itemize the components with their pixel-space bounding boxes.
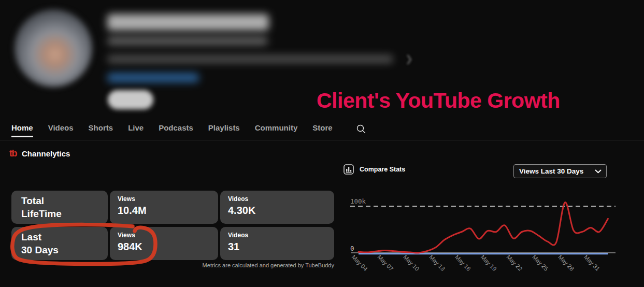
- channelytics-stats-grid: Total LifeTime Views 10.4M Videos 4.30K …: [11, 191, 334, 263]
- tubebuddy-logo-icon: tb: [9, 148, 17, 159]
- x-axis-tick-label: May 22: [505, 254, 523, 272]
- nav-divider: [0, 140, 644, 140]
- compare-stats-title: Compare Stats: [360, 166, 405, 173]
- stat-label-line: LifeTime: [21, 207, 108, 220]
- stat-mini-label: Views: [118, 232, 218, 239]
- stats-row-total-lifetime: Total LifeTime Views 10.4M Videos 4.30K: [11, 191, 334, 224]
- tab-community[interactable]: Community: [255, 123, 298, 137]
- views-series-line: [359, 203, 608, 253]
- tab-videos[interactable]: Videos: [48, 123, 74, 137]
- tab-home[interactable]: Home: [11, 123, 33, 137]
- stat-label-line: 30 Days: [21, 243, 108, 256]
- x-axis-tick-label: May 28: [557, 254, 575, 272]
- x-axis-tick-label: May 10: [402, 254, 420, 272]
- stat-label-last-30-days: Last 30 Days: [11, 227, 108, 260]
- compare-stats-header: Compare Stats: [344, 164, 405, 175]
- stat-mini-label: Videos: [228, 232, 334, 239]
- chevron-down-icon: [595, 169, 602, 174]
- x-axis-tick-label: May 25: [531, 254, 549, 272]
- stat-value: 10.4M: [118, 205, 218, 217]
- bar-chart-icon: [344, 164, 354, 175]
- tab-podcasts[interactable]: Podcasts: [159, 123, 193, 137]
- stat-value: 4.30K: [228, 205, 334, 217]
- description-expand-chevron-icon[interactable]: ❯: [405, 53, 413, 65]
- x-axis-tick-label: May 04: [351, 254, 369, 272]
- tab-live[interactable]: Live: [128, 123, 144, 137]
- tab-store[interactable]: Store: [312, 123, 332, 137]
- tab-playlists[interactable]: Playlists: [208, 123, 240, 137]
- stat-total-views: Views 10.4M: [110, 191, 218, 224]
- x-axis-tick-label: May 19: [480, 254, 498, 272]
- channel-stats-blurred: [107, 37, 268, 45]
- stat-total-videos: Videos 4.30K: [220, 191, 334, 224]
- stat-label-line: Total: [21, 194, 108, 207]
- stat-last30-views: Views 984K: [110, 227, 218, 260]
- stat-mini-label: Videos: [228, 195, 334, 203]
- channel-avatar-blurred: [15, 9, 92, 87]
- tab-shorts[interactable]: Shorts: [89, 123, 113, 137]
- views-line-chart: 100k0May 04May 07May 10May 13May 16May 1…: [350, 198, 640, 287]
- tubebuddy-footnote: Metrics are calculated and generated by …: [11, 262, 334, 268]
- stat-label-total-lifetime: Total LifeTime: [11, 191, 108, 224]
- channelytics-bar: tb Channelytics: [9, 148, 70, 159]
- y-axis-zero-label: 0: [350, 245, 354, 252]
- stats-row-last-30-days: Last 30 Days Views 984K Videos 31: [11, 227, 334, 260]
- channel-link-blurred[interactable]: [107, 73, 199, 82]
- growth-title-overlay: Client's YouTube Growth: [317, 89, 560, 113]
- channel-name-blurred: [107, 14, 269, 31]
- stat-label-line: Last: [21, 231, 108, 243]
- x-axis-tick-label: May 13: [428, 254, 446, 272]
- stat-value: 984K: [118, 241, 218, 253]
- subscribe-button-blurred[interactable]: [108, 90, 153, 109]
- compare-metric-dropdown[interactable]: Views Last 30 Days: [513, 164, 607, 178]
- search-icon[interactable]: [356, 124, 366, 134]
- channel-nav-tabs: HomeVideosShortsLivePodcastsPlaylistsCom…: [11, 123, 366, 137]
- x-axis-tick-label: May 07: [376, 254, 394, 272]
- x-axis-tick-label: May 31: [583, 254, 601, 272]
- y-axis-threshold-label: 100k: [350, 198, 366, 205]
- youtube-channel-page: ❯ Client's YouTube Growth HomeVideosShor…: [0, 0, 644, 287]
- channel-description-blurred: [107, 55, 393, 63]
- stat-last30-videos: Videos 31: [220, 227, 334, 260]
- channelytics-label: Channelytics: [22, 149, 70, 158]
- stat-mini-label: Views: [118, 195, 218, 203]
- dropdown-selected-value: Views Last 30 Days: [519, 167, 583, 175]
- stat-value: 31: [228, 241, 334, 253]
- x-axis-tick-label: May 16: [454, 254, 472, 272]
